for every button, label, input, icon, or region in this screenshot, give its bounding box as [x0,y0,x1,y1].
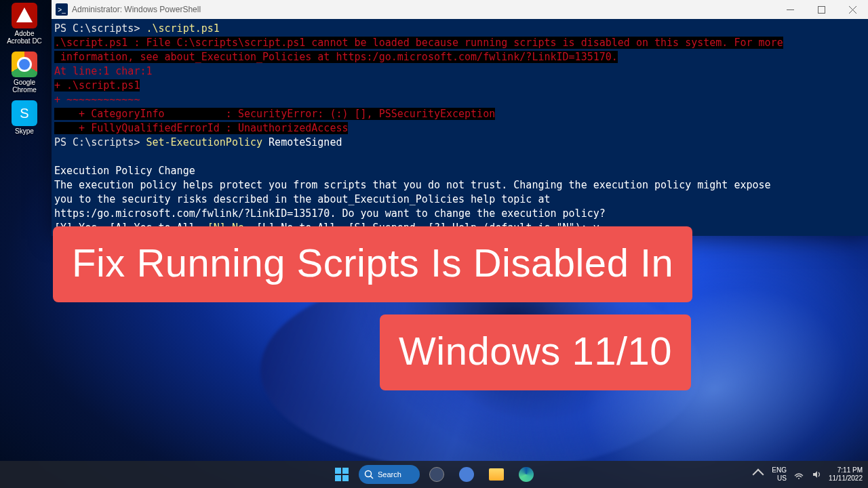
maximize-button[interactable] [806,0,837,19]
taskbar-right: ENG US 7:11 PM 11/11/2022 [754,466,863,483]
thumbnail-title-line2: Windows 11/10 [380,314,691,390]
tray-overflow-button[interactable] [753,469,764,481]
terminal-output: Execution Policy Change [54,165,195,177]
windows-logo-icon [335,468,349,481]
adobe-acrobat-icon [12,3,37,28]
edge-icon [519,467,534,482]
terminal-error-line: At line:1 char:1 [54,65,153,77]
task-view-icon [429,467,444,482]
terminal-error-line: + ~~~~~~~~~~~~ [54,94,140,106]
powershell-icon: >_ [56,3,68,16]
terminal-command: Set-ExecutionPolicy [146,136,262,148]
thumbnail-title-line1: Fix Running Scripts Is Disabled In [53,226,692,302]
window-title: Administrator: Windows PowerShell [72,5,201,14]
chat-icon [459,467,474,482]
svg-point-4 [366,471,372,477]
minimize-button[interactable] [774,0,806,19]
desktop-icon-skype[interactable]: S Skype [3,100,46,135]
desktop-icon-label: Google Chrome [3,79,46,94]
language-indicator[interactable]: ENG US [772,466,787,483]
desktop-icon-label: Skype [15,127,34,135]
minimize-icon [787,6,794,14]
close-icon [849,6,856,14]
terminal-error-line: + FullyQualifiedErrorId : UnauthorizedAc… [54,122,348,134]
terminal-command: .\script.ps1 [146,22,219,35]
wifi-icon[interactable] [793,469,804,480]
desktop-icon-google-chrome[interactable]: Google Chrome [3,52,46,94]
terminal-error-line: information, see about_Execution_Policie… [54,51,618,63]
search-label: Search [378,470,401,479]
start-button[interactable] [329,464,355,485]
terminal-error-line: + .\script.ps1 [54,79,140,92]
taskbar-app-chat[interactable] [454,464,479,485]
svg-point-6 [798,478,800,479]
terminal-output: The execution policy helps protect you f… [54,179,771,191]
maximize-icon [818,6,825,14]
skype-icon: S [12,100,37,126]
taskbar-search[interactable]: Search [359,465,420,484]
taskbar-task-view[interactable] [424,464,450,485]
desktop-icon-label: Adobe Acrobat DC [3,30,46,45]
taskbar: Search ENG US 7:11 PM 11/11/2022 [0,461,868,488]
taskbar-app-edge[interactable] [513,464,539,485]
taskbar-center: Search [329,464,539,485]
powershell-window: >_ Administrator: Windows PowerShell PS … [52,0,868,236]
terminal-error-line: + CategoryInfo : SecurityError: (:) [], … [54,108,495,120]
volume-icon[interactable] [811,469,822,480]
terminal-body[interactable]: PS C:\scripts> .\script.ps1 .\script.ps1… [52,19,868,252]
svg-rect-1 [818,6,825,13]
terminal-prompt: PS C:\scripts> [54,136,146,148]
terminal-prompt: PS C:\scripts> [54,22,146,35]
terminal-output: https:/go.microsoft.com/fwlink/?LinkID=1… [54,207,606,220]
search-icon [364,470,374,479]
window-titlebar[interactable]: >_ Administrator: Windows PowerShell [52,0,868,19]
terminal-arg: RemoteSigned [262,136,342,148]
clock[interactable]: 7:11 PM 11/11/2022 [829,466,863,483]
google-chrome-icon [12,52,37,77]
terminal-error-line: .\script.ps1 : File C:\scripts\script.ps… [54,37,783,49]
svg-line-5 [371,476,374,479]
close-button[interactable] [837,0,868,19]
desktop-icon-adobe-acrobat[interactable]: Adobe Acrobat DC [3,3,46,45]
taskbar-app-explorer[interactable] [484,464,509,485]
file-explorer-icon [489,468,504,481]
desktop-icons: Adobe Acrobat DC Google Chrome S Skype [3,3,46,135]
terminal-output: you to the security risks described in t… [54,193,551,205]
